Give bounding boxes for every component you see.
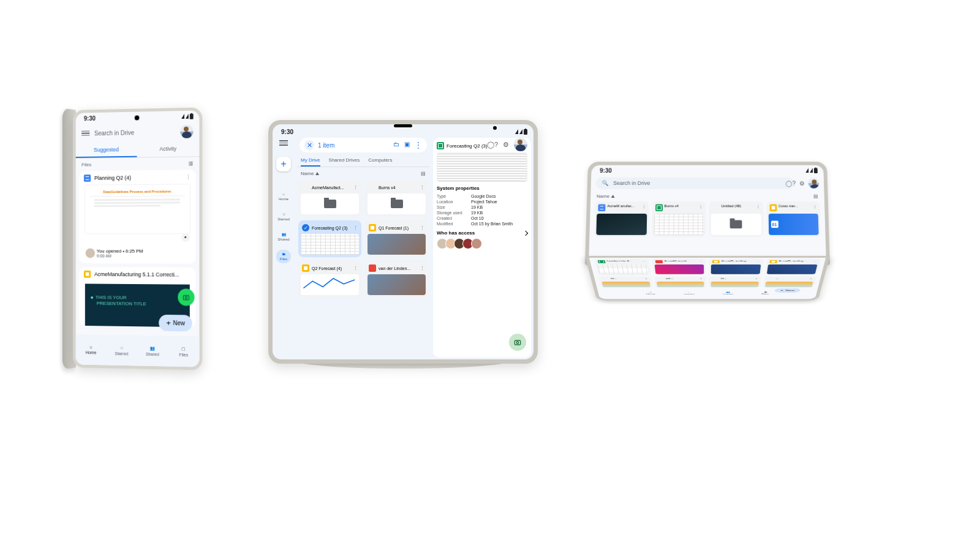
file-card[interactable]: Leaders hip &...⋮ (594, 259, 650, 275)
file-card[interactable]: van der Linden...⋮ (365, 261, 428, 298)
file-card-planning[interactable]: Planning Q2 (4) ⋮ DataGuidelines Process… (79, 170, 195, 264)
hamburger-icon[interactable] (81, 129, 89, 137)
prop-value: Google Docs (471, 194, 496, 198)
sort-label[interactable]: Name (597, 193, 609, 199)
file-card[interactable]: Burns v4⋮ (365, 180, 428, 217)
view-toggle-icon[interactable]: ▥ (189, 160, 194, 166)
gear-icon[interactable]: ⚙ (503, 141, 509, 149)
file-card[interactable]: M...⋮ (598, 276, 652, 288)
file-name: van der Linden... (379, 266, 410, 271)
more-icon[interactable]: ⋮ (699, 204, 703, 209)
new-fab[interactable]: + (276, 157, 291, 171)
more-icon[interactable]: ⋮ (353, 185, 358, 190)
file-card[interactable]: AcmeM anufac...⋮ (594, 201, 649, 237)
file-card[interactable]: Custo mer...⋮01 (766, 201, 821, 237)
file-name: Q1 Forecast (1) (379, 226, 409, 230)
sidebar-item-shared[interactable]: 👥Shared (276, 230, 291, 244)
file-card[interactable]: AcmeM anual...⋮ (652, 259, 706, 275)
nav-files[interactable]: 🖿Files (761, 291, 769, 295)
more-icon[interactable]: ⋮ (699, 260, 703, 262)
more-icon[interactable]: ⋮ (644, 278, 648, 280)
view-toggle-icon[interactable]: ▤ (813, 193, 818, 199)
sidebar-item-starred[interactable]: ☆Starred (276, 209, 291, 223)
folder-icon: ▢ (181, 347, 186, 351)
sort-label[interactable]: Name (301, 171, 314, 176)
more-icon[interactable]: ⋮ (756, 204, 760, 209)
tab-shared-drives[interactable]: Shared Drives (329, 157, 360, 167)
more-icon[interactable]: ⋮ (420, 185, 424, 190)
arrow-up-icon (315, 172, 319, 175)
prop-key: Location (437, 200, 471, 204)
file-card[interactable]: ...⋮ (763, 276, 816, 288)
nav-shared[interactable]: 👥Shared (137, 335, 168, 366)
help-icon[interactable]: ◯? (786, 180, 796, 186)
svg-rect-2 (514, 340, 520, 345)
file-card[interactable]: AcmeBr anding...⋮ (764, 259, 820, 275)
nav-files[interactable]: ▢Files (168, 336, 199, 367)
more-icon[interactable]: ⋮ (754, 278, 758, 280)
clear-selection-icon[interactable]: ✕ (304, 140, 314, 150)
more-icon[interactable]: ⋮ (186, 174, 191, 180)
file-card[interactable]: Untitled (48)⋮ (709, 201, 763, 237)
nav-starred[interactable]: ☆Starred (106, 335, 137, 365)
avatar[interactable] (514, 138, 527, 151)
scan-fab[interactable] (178, 289, 194, 306)
file-card[interactable]: Lin...⋮ (654, 276, 706, 288)
more-icon[interactable]: ⋮ (809, 278, 813, 280)
home-icon: ⌂ (89, 345, 92, 349)
more-icon[interactable]: ⋮ (420, 225, 424, 230)
file-card[interactable]: ✓Forecasting Q2 (3)⋮ (298, 220, 361, 257)
sidebar: + ⌂Home ☆Starred 👥Shared 🖿Files (273, 137, 295, 358)
nav-shared[interactable]: 👥Shared (723, 291, 734, 295)
file-card[interactable]: AcmeBr anding...⋮ (709, 259, 763, 275)
tab-activity[interactable]: Activity (137, 141, 200, 157)
more-icon[interactable]: ⋮ (353, 266, 358, 271)
file-card[interactable]: M...⋮ (709, 276, 761, 288)
more-icon[interactable]: ⋮ (642, 204, 646, 209)
file-card[interactable]: AcmeManufact...⋮ (298, 180, 361, 217)
more-icon[interactable]: ⋮ (420, 266, 424, 271)
scan-fab[interactable] (509, 334, 526, 351)
sidebar-item-home[interactable]: ⌂Home (276, 190, 291, 203)
remove-icon[interactable]: ▣ (404, 141, 410, 149)
more-icon[interactable]: ⋮ (641, 260, 645, 262)
search-input[interactable]: Search in Drive (94, 129, 175, 137)
file-name: Custo mer... (778, 204, 812, 208)
file-card[interactable]: Q1 Forecast (1)⋮ (365, 220, 428, 257)
people-icon: 👥 (282, 232, 286, 236)
more-icon[interactable]: ⋮ (756, 260, 760, 262)
clock: 9:30 (600, 168, 612, 174)
help-icon[interactable]: ◯? (487, 141, 498, 149)
overflow-icon[interactable]: ⋮ (415, 141, 422, 149)
hamburger-icon[interactable] (279, 139, 288, 147)
prop-value: Oct 15 by Brian Smith (471, 222, 513, 226)
more-icon[interactable]: ⋮ (353, 225, 358, 230)
tab-suggested[interactable]: Suggested (76, 143, 137, 158)
file-name: Burns v4 (379, 186, 396, 190)
more-icon[interactable]: ⋮ (813, 260, 818, 262)
more-icon[interactable]: ⋮ (813, 204, 816, 209)
new-fab[interactable]: +New (159, 315, 192, 332)
avatar[interactable] (808, 178, 819, 189)
move-icon[interactable]: 🗀 (393, 141, 399, 149)
status-icons (805, 168, 818, 174)
view-toggle-icon[interactable]: ▤ (421, 171, 426, 176)
new-fab[interactable]: +New (775, 288, 801, 293)
prop-value: Project Tahoe (471, 200, 497, 204)
nav-starred[interactable]: ☆Starred (683, 291, 694, 295)
pin-icon[interactable]: ⚬ (181, 233, 190, 242)
gear-icon[interactable]: ⚙ (799, 180, 805, 186)
file-card[interactable]: Q2 Forecast (4)⋮ (298, 261, 361, 298)
tab-my-drive[interactable]: My Drive (301, 157, 320, 167)
more-icon[interactable]: ⋮ (699, 278, 703, 280)
avatar[interactable] (180, 125, 193, 138)
nav-home[interactable]: ⌂Home (646, 291, 655, 295)
nav-home[interactable]: ⌂Home (76, 334, 107, 365)
search-input[interactable]: 🔍 Search in Drive (595, 178, 794, 189)
file-card[interactable]: Burns v4⋮ (652, 201, 706, 237)
star-icon: ☆ (120, 345, 124, 350)
tab-computers[interactable]: Computers (368, 157, 392, 167)
chevron-right-icon[interactable] (523, 230, 528, 235)
file-name: ... (775, 278, 807, 280)
sidebar-item-files[interactable]: 🖿Files (276, 250, 291, 263)
